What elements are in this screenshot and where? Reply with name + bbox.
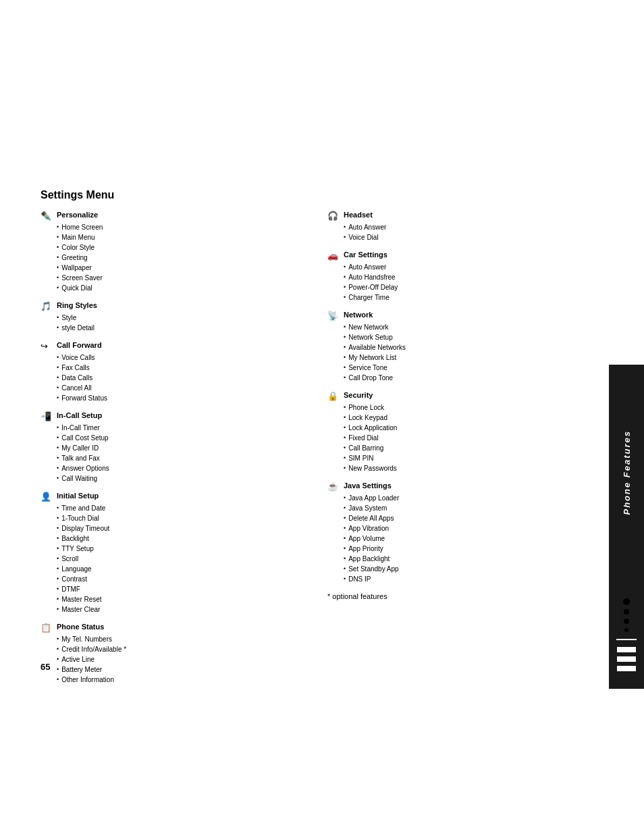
list-item: Talk and Fax xyxy=(57,453,307,463)
list-item: Answer Options xyxy=(57,463,307,473)
list-item: Backlight xyxy=(57,533,307,544)
list-item: My Caller ID xyxy=(57,443,307,453)
call-forward-items: Voice Calls Fax Calls Data Calls Cancel … xyxy=(57,353,307,403)
java-settings-items: Java App Loader Java System Delete All A… xyxy=(344,493,594,584)
section-initial-setup: 👤 Initial Setup Time and Date 1-Touch Di… xyxy=(41,492,307,615)
list-item: Display Timeout xyxy=(57,523,307,533)
list-item: Service Tone xyxy=(344,363,594,373)
network-title: Network xyxy=(344,311,373,319)
section-ring-styles: 🎵 Ring Styles Style style Detail xyxy=(41,301,307,333)
list-item: Delete All Apps xyxy=(344,513,594,523)
list-item: Color Style xyxy=(57,242,307,253)
section-headset: 🎧 Headset Auto Answer Voice Dial xyxy=(327,211,594,242)
list-item: Other Information xyxy=(57,675,307,685)
nav-dot-1 xyxy=(623,598,630,605)
list-item: New Network xyxy=(344,322,594,332)
list-item: Active Line xyxy=(57,654,307,664)
list-item: SIM PIN xyxy=(344,453,594,463)
list-item: Charger Time xyxy=(344,292,594,303)
headset-icon: 🎧 xyxy=(327,211,340,221)
list-item: New Passwords xyxy=(344,463,594,473)
nav-bar-2 xyxy=(617,656,636,662)
page-title: Settings Menu xyxy=(41,189,594,201)
section-in-call-setup: 📲 In-Call Setup In-Call Timer Call Cost … xyxy=(41,411,307,484)
list-item: Call Drop Tone xyxy=(344,373,594,383)
phone-status-items: My Tel. Numbers Credit Info/Available * … xyxy=(57,634,307,685)
security-title: Security xyxy=(344,391,373,399)
nav-divider xyxy=(616,639,637,640)
list-item: Screen Saver xyxy=(57,273,307,283)
headset-items: Auto Answer Voice Dial xyxy=(344,222,594,242)
initial-setup-icon: 👤 xyxy=(41,492,53,502)
call-forward-title: Call Forward xyxy=(57,341,102,349)
phone-features-label: Phone Features xyxy=(622,430,632,515)
dots-navigation xyxy=(609,581,644,689)
list-item: style Detail xyxy=(57,323,307,333)
security-items: Phone Lock Lock Keypad Lock Application … xyxy=(344,402,594,473)
section-call-forward: ↪ Call Forward Voice Calls Fax Calls Dat… xyxy=(41,341,307,403)
in-call-setup-items: In-Call Timer Call Cost Setup My Caller … xyxy=(57,423,307,484)
phone-features-tab: Phone Features xyxy=(609,365,644,581)
nav-bar-1 xyxy=(617,647,636,652)
section-personalize: ✒️ Personalize Home Screen Main Menu Col… xyxy=(41,211,307,293)
phone-status-title: Phone Status xyxy=(57,623,104,631)
list-item: Wallpaper xyxy=(57,263,307,273)
personalize-icon: ✒️ xyxy=(41,211,53,221)
list-item: Lock Keypad xyxy=(344,413,594,423)
list-item: My Tel. Numbers xyxy=(57,634,307,644)
list-item: Power-Off Delay xyxy=(344,282,594,292)
nav-bar-3 xyxy=(617,666,636,671)
personalize-title: Personalize xyxy=(57,211,98,219)
list-item: Java App Loader xyxy=(344,493,594,503)
list-item: App Volume xyxy=(344,533,594,544)
list-item: In-Call Timer xyxy=(57,423,307,433)
optional-note: * optional features xyxy=(327,592,594,600)
list-item: Call Cost Setup xyxy=(57,433,307,443)
list-item: Style xyxy=(57,313,307,323)
list-item: Call Barring xyxy=(344,443,594,453)
list-item: Language xyxy=(57,564,307,574)
list-item: Fixed Dial xyxy=(344,433,594,443)
page-number: 65 xyxy=(41,662,50,672)
list-item: Phone Lock xyxy=(344,402,594,413)
section-security: 🔒 Security Phone Lock Lock Keypad Lock A… xyxy=(327,391,594,473)
car-settings-items: Auto Answer Auto Handsfree Power-Off Del… xyxy=(344,262,594,303)
list-item: DNS IP xyxy=(344,574,594,584)
list-item: Network Setup xyxy=(344,332,594,342)
list-item: App Priority xyxy=(344,544,594,554)
list-item: Auto Answer xyxy=(344,222,594,232)
in-call-setup-icon: 📲 xyxy=(41,411,53,421)
list-item: Java System xyxy=(344,503,594,513)
call-forward-icon: ↪ xyxy=(41,341,53,351)
list-item: Cancel All xyxy=(57,383,307,393)
left-column: ✒️ Personalize Home Screen Main Menu Col… xyxy=(41,211,307,693)
ring-styles-title: Ring Styles xyxy=(57,301,97,309)
personalize-items: Home Screen Main Menu Color Style Greeti… xyxy=(57,222,307,293)
car-settings-title: Car Settings xyxy=(344,251,387,259)
list-item: Scroll xyxy=(57,554,307,564)
list-item: Greeting xyxy=(57,253,307,263)
list-item: Lock Application xyxy=(344,423,594,433)
java-settings-title: Java Settings xyxy=(344,481,392,490)
section-car-settings: 🚗 Car Settings Auto Answer Auto Handsfre… xyxy=(327,251,594,303)
ring-styles-items: Style style Detail xyxy=(57,313,307,333)
section-phone-status: 📋 Phone Status My Tel. Numbers Credit In… xyxy=(41,623,307,685)
list-item: App Backlight xyxy=(344,554,594,564)
list-item: Set Standby App xyxy=(344,564,594,574)
list-item: Contrast xyxy=(57,574,307,584)
list-item: Voice Calls xyxy=(57,353,307,363)
section-java-settings: ☕ Java Settings Java App Loader Java Sys… xyxy=(327,481,594,584)
list-item: Master Reset xyxy=(57,594,307,604)
initial-setup-title: Initial Setup xyxy=(57,492,99,500)
network-icon: 📡 xyxy=(327,311,340,321)
phone-status-icon: 📋 xyxy=(41,623,53,633)
list-item: Quick Dial xyxy=(57,283,307,293)
nav-dot-3 xyxy=(624,619,629,624)
in-call-setup-title: In-Call Setup xyxy=(57,411,102,419)
right-column: 🎧 Headset Auto Answer Voice Dial 🚗 Car S… xyxy=(327,211,594,693)
list-item: Main Menu xyxy=(57,232,307,242)
list-item: Auto Answer xyxy=(344,262,594,272)
car-settings-icon: 🚗 xyxy=(327,251,340,261)
initial-setup-items: Time and Date 1-Touch Dial Display Timeo… xyxy=(57,503,307,615)
list-item: Available Networks xyxy=(344,342,594,353)
